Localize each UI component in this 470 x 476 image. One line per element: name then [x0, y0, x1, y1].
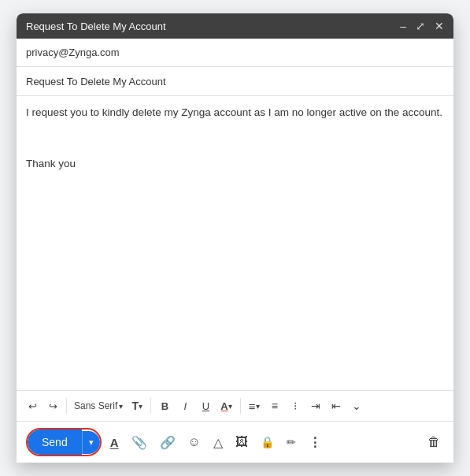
drive-icon: △ [213, 435, 223, 450]
font-color-button[interactable]: A ▾ [216, 396, 235, 416]
underline-button[interactable]: U [196, 396, 215, 416]
photo-icon: 🖼 [235, 435, 248, 449]
attachment-icon: 📎 [131, 435, 147, 450]
close-button[interactable]: ✕ [435, 20, 444, 32]
maximize-button[interactable]: ⤢ [416, 20, 425, 32]
more-options-button[interactable]: ⋮ [305, 431, 325, 454]
ordered-list-button[interactable]: ≡ [265, 396, 284, 416]
title-bar: Request To Delete My Account – ⤢ ✕ [17, 13, 453, 39]
compose-window: Request To Delete My Account – ⤢ ✕ priva… [17, 13, 453, 463]
toolbar-more-button[interactable]: ⌄ [347, 396, 366, 416]
body-text[interactable]: I request you to kindly delete my Zynga … [26, 104, 444, 172]
italic-button[interactable]: I [176, 396, 194, 416]
photo-button[interactable]: 🖼 [231, 431, 252, 453]
attachment-button[interactable]: 📎 [128, 431, 151, 454]
link-icon: 🔗 [160, 435, 176, 450]
emoji-button[interactable]: ☺ [184, 431, 205, 453]
toolbar-separator-3 [240, 398, 241, 414]
signature-button[interactable]: ✏ [283, 432, 300, 452]
send-button[interactable]: Send [28, 430, 82, 455]
formatting-toggle-button[interactable]: A [106, 432, 123, 453]
drive-button[interactable]: △ [209, 431, 227, 454]
to-field-row: privacy@Zynga.com [17, 39, 453, 67]
lock-icon: 🔒 [261, 436, 274, 448]
bold-button[interactable]: B [155, 396, 174, 416]
send-dropdown-button[interactable]: ▾ [82, 431, 100, 454]
font-size-button[interactable]: T ▾ [128, 396, 146, 416]
actions-left: Send ▾ A 📎 🔗 ☺ △ 🖼 [26, 428, 325, 456]
toolbar-separator-1 [66, 398, 67, 414]
compose-fields: privacy@Zynga.com Request To Delete My A… [17, 39, 453, 96]
formatting-icon: A [110, 436, 119, 449]
emoji-icon: ☺ [188, 435, 201, 449]
more-icon: ⋮ [309, 435, 321, 450]
lock-button[interactable]: 🔒 [257, 432, 278, 452]
send-button-group: Send ▾ [26, 428, 102, 456]
minimize-button[interactable]: – [400, 20, 406, 32]
compose-body[interactable]: I request you to kindly delete my Zynga … [17, 96, 453, 390]
undo-button[interactable]: ↩ [23, 396, 42, 416]
compose-actions: Send ▾ A 📎 🔗 ☺ △ 🖼 [17, 421, 453, 463]
font-family-button[interactable]: Sans Serif ▾ [71, 396, 126, 416]
indent-button[interactable]: ⇥ [306, 396, 325, 416]
pen-icon: ✏ [287, 436, 296, 448]
window-controls: – ⤢ ✕ [400, 20, 444, 32]
subject-field-row: Request To Delete My Account [17, 67, 453, 95]
to-value[interactable]: privacy@Zynga.com [26, 46, 120, 58]
send-dropdown-icon: ▾ [89, 437, 94, 448]
redo-button[interactable]: ↪ [43, 396, 62, 416]
unordered-list-button[interactable]: ⁝ [286, 396, 305, 416]
discard-button[interactable]: 🗑 [424, 431, 444, 453]
toolbar-separator-2 [150, 398, 151, 414]
align-button[interactable]: ≡ ▾ [245, 396, 264, 416]
formatting-toolbar: ↩ ↪ Sans Serif ▾ T ▾ B I U A ▾ ≡ ▾ ≡ ⁝ [17, 390, 453, 421]
outdent-button[interactable]: ⇤ [327, 396, 346, 416]
delete-icon: 🗑 [427, 435, 440, 449]
window-title: Request To Delete My Account [26, 20, 166, 32]
link-button[interactable]: 🔗 [156, 431, 179, 454]
subject-value[interactable]: Request To Delete My Account [26, 76, 166, 87]
